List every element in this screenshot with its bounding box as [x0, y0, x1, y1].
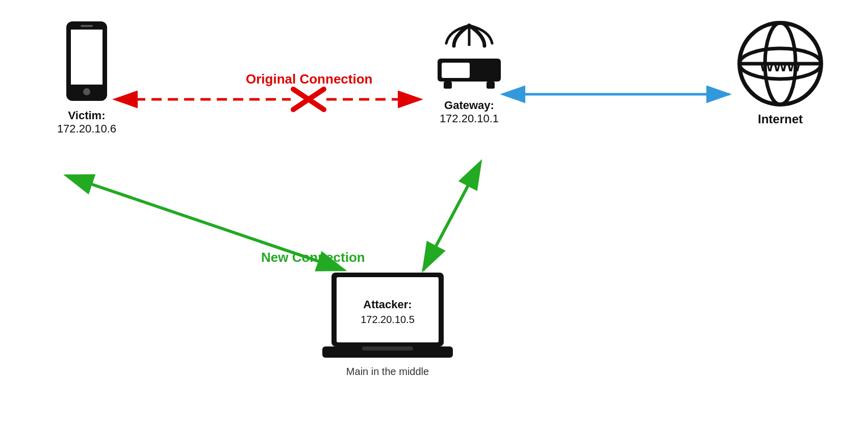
- svg-rect-8: [479, 66, 483, 70]
- svg-rect-1: [71, 30, 103, 85]
- diagram-container: Victim: 172.20.10.6 Gateway: 172.20.1: [0, 0, 868, 429]
- gateway-group: Gateway: 172.20.10.1: [418, 20, 520, 125]
- svg-point-10: [490, 65, 495, 70]
- victim-ip: 172.20.10.6: [57, 122, 116, 136]
- svg-text:Attacker:: Attacker:: [363, 298, 412, 311]
- svg-rect-12: [487, 82, 495, 89]
- gateway-label: Gateway:: [444, 99, 494, 112]
- attacker-sublabel: Main in the middle: [346, 366, 429, 378]
- svg-line-31: [293, 89, 324, 110]
- svg-point-2: [83, 88, 90, 95]
- svg-line-30: [293, 89, 324, 110]
- internet-group: www Internet: [729, 20, 831, 126]
- svg-rect-3: [81, 25, 93, 27]
- attacker-group: Attacker: 172.20.10.5 Main in the middle: [316, 270, 459, 378]
- globe-icon: www: [737, 20, 824, 107]
- internet-label: Internet: [758, 112, 803, 126]
- green-arrow-gateway-attacker: [423, 183, 469, 270]
- svg-rect-23: [362, 346, 413, 351]
- original-connection-label: Original Connection: [246, 71, 372, 87]
- svg-text:172.20.10.5: 172.20.10.5: [361, 314, 415, 325]
- gateway-ip: 172.20.10.1: [440, 112, 499, 125]
- victim-label: Victim:: [68, 109, 106, 122]
- router-icon: [428, 20, 510, 92]
- laptop-icon: Attacker: 172.20.10.5: [321, 270, 454, 362]
- phone-icon: [64, 20, 110, 102]
- svg-rect-7: [473, 66, 477, 70]
- svg-rect-11: [444, 82, 452, 89]
- new-connection-label: New Connection: [261, 250, 365, 265]
- svg-rect-9: [486, 66, 490, 70]
- svg-rect-6: [442, 63, 470, 78]
- svg-text:www: www: [759, 56, 801, 75]
- victim-group: Victim: 172.20.10.6: [41, 20, 133, 136]
